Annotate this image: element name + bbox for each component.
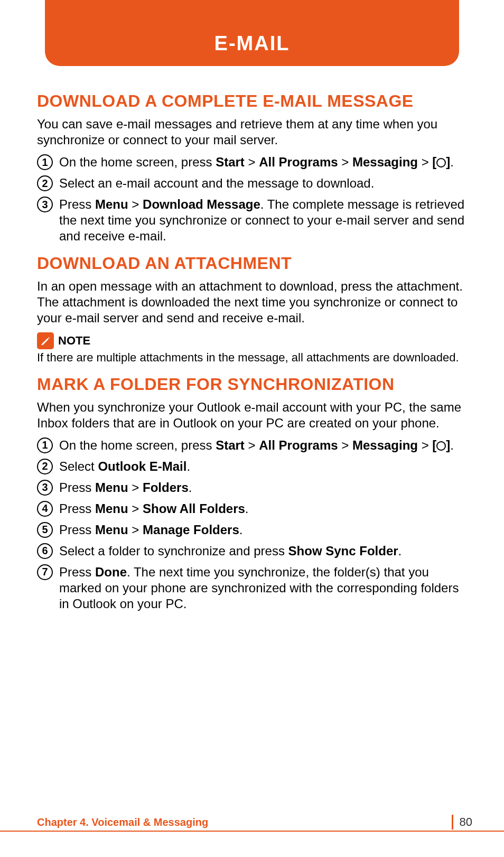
section1-intro: You can save e-mail messages and retriev… [37, 116, 467, 148]
step-number: 6 [37, 543, 53, 559]
step-item: 1 On the home screen, press Start > All … [37, 437, 467, 453]
step-number: 4 [37, 501, 53, 517]
step-number: 1 [37, 154, 53, 170]
ok-button-icon [436, 441, 446, 451]
section-heading-download-attachment: DOWNLOAD AN ATTACHMENT [37, 254, 467, 273]
section3-steps: 1 On the home screen, press Start > All … [37, 437, 467, 612]
step-text: Select an e-mail account and the message… [59, 175, 467, 191]
step-item: 3 Press Menu > Download Message. The com… [37, 197, 467, 244]
note-header: NOTE [37, 332, 467, 349]
step-number: 3 [37, 480, 53, 496]
step-text: Select Outlook E-Mail. [59, 459, 467, 474]
chapter-label: Chapter 4. Voicemail & Messaging [37, 816, 208, 828]
step-item: 4 Press Menu > Show All Folders. [37, 501, 467, 517]
section1-steps: 1 On the home screen, press Start > All … [37, 154, 467, 244]
step-item: 2 Select an e-mail account and the messa… [37, 175, 467, 191]
step-text: Select a folder to synchronize and press… [59, 543, 467, 559]
step-item: 2 Select Outlook E-Mail. [37, 459, 467, 474]
page-tab-header: E-MAIL [45, 0, 459, 66]
step-item: 3 Press Menu > Folders. [37, 480, 467, 496]
section-heading-mark-folder: MARK A FOLDER FOR SYNCHRONIZATION [37, 375, 467, 394]
step-item: 7 Press Done. The next time you synchron… [37, 564, 467, 612]
step-number: 3 [37, 197, 53, 212]
step-text: Press Menu > Download Message. The compl… [59, 197, 467, 244]
note-label: NOTE [58, 334, 90, 348]
step-item: 6 Select a folder to synchronize and pre… [37, 543, 467, 559]
page-footer: Chapter 4. Voicemail & Messaging 80 [37, 815, 472, 830]
page-number-wrap: 80 [452, 815, 472, 830]
note-block: NOTE If there are multiple attachments i… [37, 332, 467, 365]
step-number: 1 [37, 437, 53, 453]
ok-button-icon [436, 158, 446, 167]
divider-bar [452, 815, 453, 830]
step-text: Press Menu > Folders. [59, 480, 467, 496]
step-number: 2 [37, 459, 53, 474]
step-item: 5 Press Menu > Manage Folders. [37, 522, 467, 538]
section-heading-download-message: DOWNLOAD A COMPLETE E-MAIL MESSAGE [37, 91, 467, 111]
step-text: Press Done. The next time you synchroniz… [59, 564, 467, 612]
step-text: On the home screen, press Start > All Pr… [59, 154, 467, 170]
step-text: Press Menu > Manage Folders. [59, 522, 467, 538]
note-text: If there are multiple attachments in the… [37, 350, 467, 365]
section3-intro: When you synchronize your Outlook e-mail… [37, 399, 467, 431]
footer-rule [0, 831, 504, 832]
note-icon [37, 332, 54, 349]
step-text: On the home screen, press Start > All Pr… [59, 437, 467, 453]
tab-title: E-MAIL [214, 32, 290, 55]
page-content: DOWNLOAD A COMPLETE E-MAIL MESSAGE You c… [37, 82, 467, 617]
step-number: 5 [37, 522, 53, 538]
section2-body: In an open message with an attachment to… [37, 278, 467, 326]
step-number: 7 [37, 564, 53, 580]
step-text: Press Menu > Show All Folders. [59, 501, 467, 517]
page-number: 80 [460, 815, 472, 829]
step-item: 1 On the home screen, press Start > All … [37, 154, 467, 170]
step-number: 2 [37, 175, 53, 191]
